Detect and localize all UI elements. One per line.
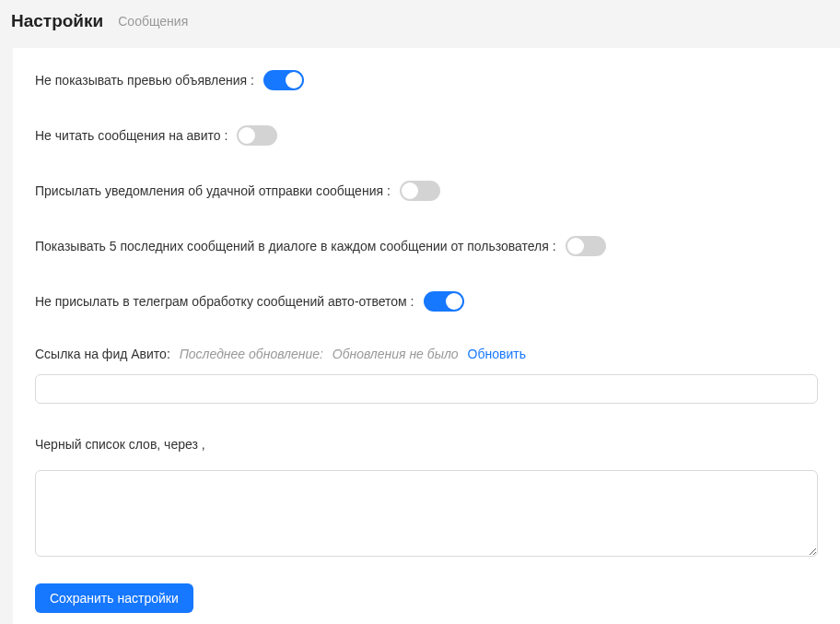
feed-label: Ссылка на фид Авито: <box>35 347 170 361</box>
toggle-no-telegram-autoreply[interactable] <box>424 291 464 312</box>
feed-last-update-value: Обновления не было <box>332 347 459 361</box>
setting-row-hide-preview: Не показывать превью объявления : <box>35 70 818 90</box>
setting-label: Показывать 5 последних сообщений в диало… <box>35 239 556 253</box>
blacklist-label: Черный список слов, через , <box>35 437 818 452</box>
blacklist-textarea[interactable] <box>35 470 818 557</box>
setting-label: Не присылать в телеграм обработку сообще… <box>35 294 414 309</box>
setting-row-show-last-5: Показывать 5 последних сообщений в диало… <box>35 236 818 256</box>
page-title: Настройки <box>11 11 103 31</box>
feed-last-update-prefix: Последнее обновление: <box>180 347 323 361</box>
toggle-hide-preview[interactable] <box>263 70 304 90</box>
feed-refresh-link[interactable]: Обновить <box>468 347 526 361</box>
toggle-show-last-5[interactable] <box>566 236 606 256</box>
setting-label: Не читать сообщения на авито : <box>35 128 228 143</box>
toggle-no-read-avito[interactable] <box>237 125 277 146</box>
feed-url-input[interactable] <box>35 374 818 404</box>
settings-panel: Не показывать превью объявления : Не чит… <box>13 48 840 624</box>
page-subtitle: Сообщения <box>118 14 188 29</box>
setting-row-no-read-avito: Не читать сообщения на авито : <box>35 125 818 146</box>
setting-row-no-telegram-autoreply: Не присылать в телеграм обработку сообще… <box>35 291 818 312</box>
setting-row-send-success-notify: Присылать уведомления об удачной отправк… <box>35 181 818 201</box>
save-button[interactable]: Сохранить настройки <box>35 583 193 613</box>
setting-label: Присылать уведомления об удачной отправк… <box>35 183 391 198</box>
toggle-send-success-notify[interactable] <box>400 181 440 201</box>
feed-link-row: Ссылка на фид Авито: Последнее обновлени… <box>35 347 818 361</box>
page-header: Настройки Сообщения <box>0 0 840 48</box>
setting-label: Не показывать превью объявления : <box>35 73 254 88</box>
